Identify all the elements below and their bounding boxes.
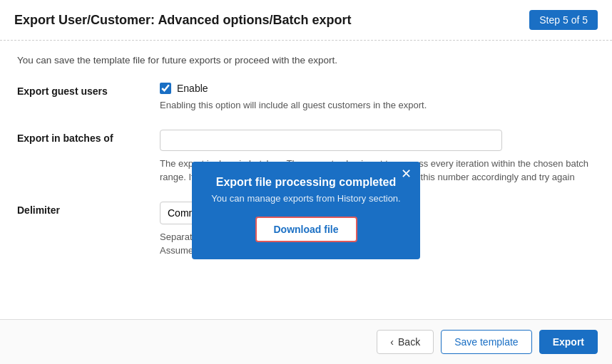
back-button[interactable]: ‹ Back xyxy=(377,330,434,354)
back-chevron-icon: ‹ xyxy=(390,336,394,348)
export-button[interactable]: Export xyxy=(539,330,598,354)
modal-footer: ‹ Back Save template Export xyxy=(0,319,612,364)
save-template-button[interactable]: Save template xyxy=(441,330,532,354)
main-content: You can save the template file for futur… xyxy=(0,41,612,319)
modal-container: Export User/Customer: Advanced options/B… xyxy=(0,0,612,364)
download-file-button[interactable]: Download file xyxy=(255,217,357,242)
modal-header: Export User/Customer: Advanced options/B… xyxy=(0,0,612,41)
popup-title: Export file processing completed xyxy=(206,176,406,189)
page-title: Export User/Customer: Advanced options/B… xyxy=(14,13,351,28)
popup-subtitle: You can manage exports from History sect… xyxy=(206,193,406,204)
popup-close-button[interactable]: ✕ xyxy=(401,167,412,180)
back-label: Back xyxy=(398,336,420,348)
step-badge: Step 5 of 5 xyxy=(529,10,598,30)
export-complete-popup: ✕ Export file processing completed You c… xyxy=(192,162,420,259)
popup-overlay: ✕ Export file processing completed You c… xyxy=(0,41,612,319)
